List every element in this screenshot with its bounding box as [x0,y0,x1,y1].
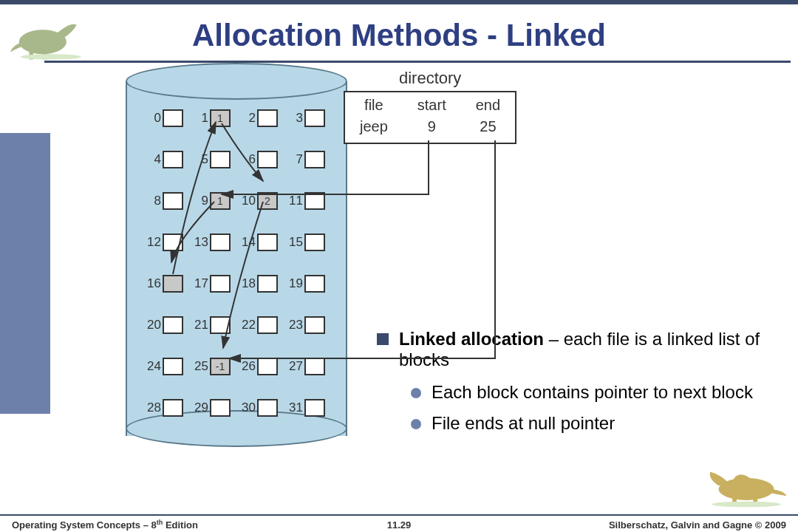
sub-bullet: Each block contains pointer to next bloc… [411,382,776,403]
disk-block: 20 [145,307,191,344]
top-accent-bar [0,0,798,4]
note-bold: Linked allocation [399,329,544,349]
disk-block: 13 [192,224,238,261]
disk-block: 26 [239,348,285,385]
disk-block: 0 [145,100,191,137]
dir-file-value: jeep [360,118,388,135]
disk-block: 12 [145,224,191,261]
svg-point-7 [712,502,781,508]
sub-bullet: File ends at null pointer [411,413,776,434]
disk-block: 91 [192,183,238,219]
disk-cylinder: 0 11 2 3 4 5 6 7 8 91 102 11 12 13 14 15… [126,63,347,447]
disk-block: 17 [192,265,238,302]
dot-bullet-icon [411,419,421,429]
disk-block: 4 [145,141,191,178]
bullet-notes: Linked allocation – each file is a linke… [377,329,776,444]
disk-block: 15 [287,224,332,261]
directory-label: directory [399,69,461,88]
disk-block: 28 [145,389,191,426]
dinosaur-logo-right [702,454,791,510]
dir-start-value: 9 [417,118,446,135]
disk-block: 102 [239,183,285,219]
footer-page-number: 11.29 [270,519,528,531]
slide-footer: Operating System Concepts – 8th Edition … [0,514,798,532]
dir-file-header: file [360,97,388,114]
directory-table: file jeep start 9 end 25 [344,91,516,144]
slide-content: 0 11 2 3 4 5 6 7 8 91 102 11 12 13 14 15… [0,63,798,477]
footer-right: Silberschatz, Galvin and Gagne © 2009 [528,519,786,531]
disk-block: 23 [287,307,332,344]
dir-end-value: 25 [476,118,500,135]
disk-block: 24 [145,348,191,385]
square-bullet-icon [377,333,389,345]
sub-note-2: File ends at null pointer [432,413,615,434]
disk-block: 6 [239,141,285,178]
block-grid: 0 11 2 3 4 5 6 7 8 91 102 11 12 13 14 15… [145,100,332,426]
dir-end-header: end [476,97,500,114]
disk-block: 5 [192,141,238,178]
slide-title: Allocation Methods - Linked [0,18,798,53]
svg-point-3 [21,54,82,59]
disk-block: 18 [239,265,285,302]
disk-block: 14 [239,224,285,261]
disk-block: 29 [192,389,238,426]
dot-bullet-icon [411,388,421,398]
disk-block: 8 [145,183,191,219]
disk-block: 27 [287,348,332,385]
disk-block: 3 [287,100,332,137]
main-bullet: Linked allocation – each file is a linke… [377,329,776,370]
disk-block: 21 [192,307,238,344]
disk-block: 22 [239,307,285,344]
footer-left: Operating System Concepts – 8th Edition [12,519,270,531]
disk-block: 30 [239,389,285,426]
disk-block: 2 [239,100,285,137]
sub-note-1: Each block contains pointer to next bloc… [432,382,753,403]
disk-block: 7 [287,141,332,178]
dinosaur-logo-left [9,7,90,63]
disk-block: 16 [145,265,191,302]
disk-block: 19 [287,265,332,302]
disk-block: 11 [287,183,332,219]
disk-block: 31 [287,389,332,426]
disk-block: 11 [192,100,238,137]
disk-diagram: 0 11 2 3 4 5 6 7 8 91 102 11 12 13 14 15… [126,63,347,447]
dir-start-header: start [417,97,446,114]
disk-block: 25-1 [192,348,238,385]
